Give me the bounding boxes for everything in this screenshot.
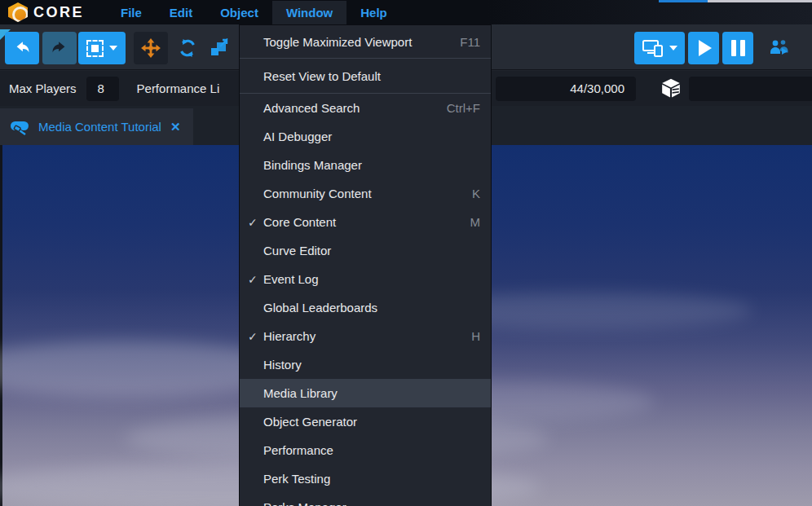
core-logo-text: CORE [33, 4, 84, 21]
redo-icon [51, 39, 68, 57]
menu-item-core-content[interactable]: ✓ Core Content M [240, 208, 491, 236]
tab-close-icon[interactable]: ✕ [170, 120, 181, 134]
multiplayer-preview-icon [769, 38, 790, 58]
menubar-item-help[interactable]: Help [346, 1, 401, 24]
scale-tool-icon [209, 38, 228, 58]
menu-item-advanced-search[interactable]: Advanced Search Ctrl+F [240, 94, 491, 122]
move-tool-button[interactable] [134, 32, 168, 64]
max-players-label: Max Players [9, 81, 77, 95]
undo-button[interactable] [5, 32, 39, 64]
menu-item-performance[interactable]: Performance [240, 436, 491, 464]
pause-icon [731, 40, 745, 56]
menu-item-reset-view-to-default[interactable]: Reset View to Default [240, 59, 491, 93]
secondary-counter-box [689, 77, 812, 101]
menu-item-perk-testing[interactable]: Perk Testing [240, 464, 491, 493]
core-editor-window: CORE File Edit Object Window Help [0, 0, 812, 506]
menu-item-toggle-maximized-viewport[interactable]: Toggle Maximized Viewport F11 [240, 25, 491, 58]
check-icon: ✓ [248, 273, 263, 286]
menu-item-bindings-manager[interactable]: Bindings Manager [240, 151, 491, 179]
rotate-tool-button[interactable] [173, 32, 202, 64]
multiplayer-preview-button[interactable] [763, 32, 796, 64]
tab-media-content-tutorial[interactable]: Media Content Tutorial ✕ [0, 108, 193, 145]
play-button[interactable] [688, 32, 719, 64]
device-preview-icon [642, 39, 664, 57]
shortcut-label: F11 [460, 35, 480, 49]
window-menu-dropdown: Toggle Maximized Viewport F11 Reset View… [239, 24, 492, 506]
shortcut-label: H [471, 329, 480, 343]
menubar: CORE File Edit Object Window Help [0, 0, 812, 24]
menubar-item-edit[interactable]: Edit [156, 1, 206, 24]
check-icon: ✓ [248, 216, 263, 229]
shortcut-label: M [470, 215, 481, 229]
gamepad-hammer-icon [10, 118, 31, 136]
selection-mode-button[interactable] [78, 32, 126, 64]
menu-item-perks-manager[interactable]: Perks Manager [240, 493, 491, 506]
menubar-item-window[interactable]: Window [272, 1, 346, 24]
entity-counter: 44/30,000 [496, 77, 636, 101]
menubar-item-object[interactable]: Object [206, 1, 272, 24]
shortcut-label: K [472, 187, 480, 200]
undo-icon [13, 39, 31, 57]
performance-limits-label: Performance Li [137, 81, 220, 95]
menubar-item-file[interactable]: File [107, 1, 156, 24]
shortcut-label: Ctrl+F [447, 101, 480, 115]
menu-item-history[interactable]: History [240, 350, 491, 379]
device-preview-button[interactable] [634, 32, 685, 64]
menu-item-ai-debugger[interactable]: AI Debugger [240, 122, 491, 151]
menu-item-curve-editor[interactable]: Curve Editor [240, 236, 491, 265]
core-logo-icon [8, 2, 28, 22]
core-logo: CORE [0, 2, 107, 22]
top-progress-blue-segment [659, 0, 708, 2]
check-icon: ✓ [248, 330, 263, 343]
top-progress-gray-segment [708, 0, 812, 2]
menu-item-event-log[interactable]: ✓ Event Log [240, 265, 491, 293]
selection-tool-icon [86, 40, 104, 57]
menu-item-object-generator[interactable]: Object Generator [240, 407, 491, 436]
menu-item-community-content[interactable]: Community Content K [240, 179, 491, 208]
chevron-down-icon [109, 46, 117, 51]
rotate-tool-icon [178, 38, 197, 58]
tab-title: Media Content Tutorial [38, 120, 161, 134]
move-tool-icon [140, 37, 161, 59]
scale-tool-button[interactable] [204, 32, 233, 64]
redo-button[interactable] [42, 32, 77, 64]
chevron-down-icon [669, 46, 677, 51]
asset-cube-icon [660, 77, 682, 102]
menu-item-hierarchy[interactable]: ✓ Hierarchy H [240, 322, 491, 350]
play-icon [699, 40, 712, 56]
pause-button[interactable] [722, 32, 753, 64]
menu-item-global-leaderboards[interactable]: Global Leaderboards [240, 293, 491, 322]
max-players-input[interactable]: 8 [86, 77, 119, 101]
menu-item-media-library[interactable]: Media Library [240, 379, 491, 407]
